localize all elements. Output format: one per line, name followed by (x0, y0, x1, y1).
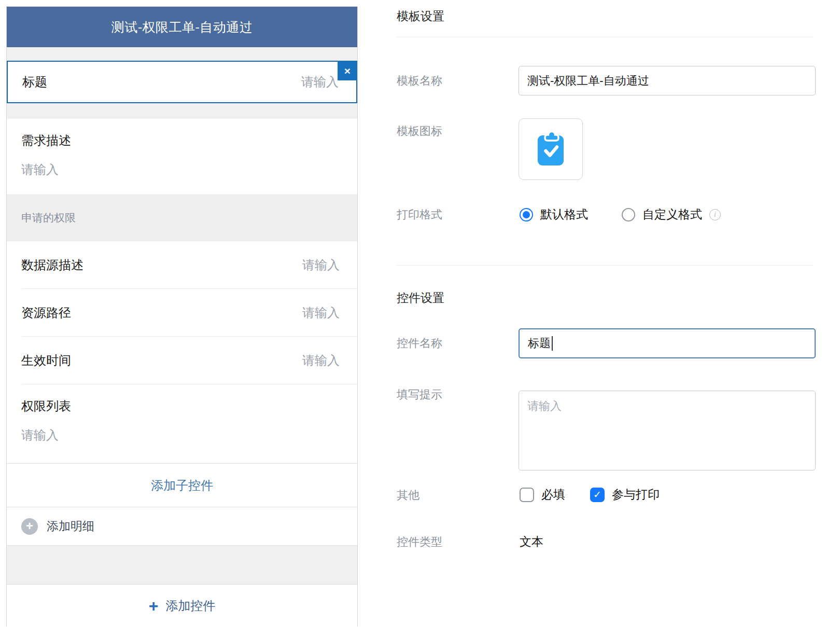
checkbox-required[interactable]: 必填 (520, 487, 565, 503)
field-resource-path[interactable]: 资源路径 请输入 (7, 289, 357, 336)
control-type-label: 控件类型 (397, 534, 442, 550)
field-title-selected[interactable]: 标题 请输入 × (7, 61, 357, 103)
panel-spacer (7, 47, 357, 61)
textarea-placeholder: 请输入 (527, 399, 562, 412)
close-icon[interactable]: × (338, 61, 357, 80)
control-settings-heading: 控件设置 (397, 290, 444, 306)
form-title: 测试-权限工单-自动通过 (111, 19, 253, 36)
panel-spacer (7, 103, 357, 119)
info-icon[interactable]: i (709, 209, 721, 220)
field-label: 需求描述 (21, 133, 71, 147)
template-icon-picker[interactable] (519, 118, 583, 180)
radio-custom-format[interactable]: 自定义格式 i (622, 206, 721, 223)
radio-label: 自定义格式 (642, 206, 702, 223)
settings-panel: 模板设置 模板名称 测试-权限工单-自动通过 模板图标 打印格式 默认格式 自定… (397, 0, 840, 638)
radio-default-format[interactable]: 默认格式 (520, 206, 588, 223)
radio-label: 默认格式 (540, 206, 588, 223)
field-label: 生效时间 (21, 352, 71, 369)
field-label: 资源路径 (21, 304, 71, 321)
template-name-input[interactable]: 测试-权限工单-自动通过 (519, 66, 816, 95)
panel-spacer (7, 545, 357, 585)
fill-hint-label: 填写提示 (397, 387, 442, 403)
field-placeholder: 请输入 (21, 161, 343, 178)
field-permission-list[interactable]: 权限列表 请输入 (7, 384, 357, 463)
field-placeholder: 请输入 (302, 304, 340, 321)
template-icon-label: 模板图标 (397, 123, 442, 139)
text-cursor (552, 336, 553, 351)
checkbox-label: 参与打印 (612, 487, 660, 503)
field-rows: 数据源描述 请输入 资源路径 请输入 生效时间 请输入 权限列表 请输入 (7, 241, 357, 463)
radio-selected-icon[interactable] (520, 208, 533, 221)
field-placeholder: 请输入 (302, 257, 340, 273)
add-control-button[interactable]: + 添加控件 (7, 585, 357, 627)
section-requested-permissions: 申请的权限 (7, 195, 357, 241)
form-preview-panel: 测试-权限工单-自动通过 标题 请输入 × 需求描述 请输入 申请的权限 数据源… (6, 6, 358, 627)
add-sub-control-label: 添加子控件 (151, 477, 213, 494)
field-label: 数据源描述 (21, 257, 83, 273)
field-placeholder: 请输入 (21, 427, 343, 443)
divider (397, 37, 813, 37)
control-name-label: 控件名称 (397, 336, 442, 351)
add-sub-control-button[interactable]: 添加子控件 (7, 463, 357, 507)
control-name-value: 标题 (528, 336, 551, 351)
add-detail-label: 添加明细 (47, 518, 94, 534)
checkbox-checked-icon[interactable]: ✓ (590, 488, 605, 502)
field-placeholder: 请输入 (301, 74, 339, 90)
add-detail-button[interactable]: + 添加明细 (7, 507, 357, 545)
control-name-input[interactable]: 标题 (519, 328, 816, 358)
checkbox-print-included[interactable]: ✓ 参与打印 (590, 487, 660, 503)
template-settings-heading: 模板设置 (397, 8, 444, 24)
divider (397, 265, 813, 266)
add-control-label: 添加控件 (165, 598, 215, 614)
field-placeholder: 请输入 (302, 352, 340, 369)
radio-unselected-icon[interactable] (622, 208, 635, 221)
field-effective-time[interactable]: 生效时间 请输入 (7, 337, 357, 384)
checkbox-unchecked-icon[interactable] (520, 488, 534, 502)
field-requirement[interactable]: 需求描述 请输入 (7, 119, 357, 195)
section-label: 申请的权限 (21, 211, 76, 225)
plus-icon: + (149, 598, 159, 614)
clipboard-check-icon (534, 129, 567, 170)
other-label: 其他 (397, 488, 419, 503)
control-type-value: 文本 (520, 534, 543, 550)
checkbox-label: 必填 (541, 487, 565, 503)
plus-circle-icon: + (21, 518, 38, 535)
fill-hint-textarea[interactable]: 请输入 (519, 391, 816, 470)
field-label: 权限列表 (21, 399, 71, 413)
form-title-bar: 测试-权限工单-自动通过 (7, 7, 357, 47)
field-datasource[interactable]: 数据源描述 请输入 (7, 241, 357, 288)
print-format-label: 打印格式 (397, 207, 442, 223)
template-name-label: 模板名称 (397, 73, 442, 89)
template-name-value: 测试-权限工单-自动通过 (527, 73, 649, 89)
field-label: 标题 (22, 74, 47, 90)
